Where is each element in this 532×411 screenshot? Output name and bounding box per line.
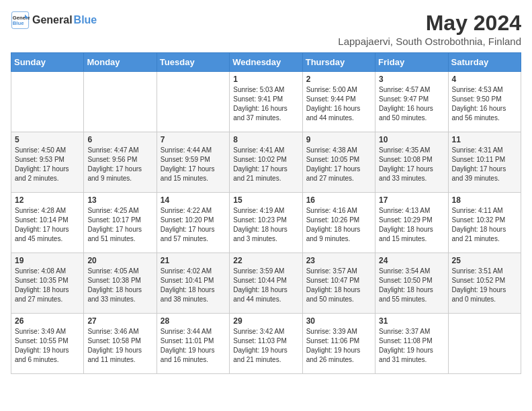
day-number: 20 — [87, 256, 152, 265]
week-row-3: 12Sunrise: 4:28 AM Sunset: 10:14 PM Dayl… — [11, 193, 521, 253]
day-info: Sunrise: 4:41 AM Sunset: 10:02 PM Daylig… — [233, 146, 298, 183]
col-header-sunday: Sunday — [11, 53, 84, 72]
day-number: 16 — [306, 195, 371, 205]
day-number: 6 — [87, 135, 152, 144]
day-cell-2: 2Sunrise: 5:00 AM Sunset: 9:44 PM Daylig… — [302, 72, 375, 132]
day-info: Sunrise: 4:50 AM Sunset: 9:53 PM Dayligh… — [15, 146, 80, 183]
day-info: Sunrise: 5:00 AM Sunset: 9:44 PM Dayligh… — [306, 85, 371, 123]
day-info: Sunrise: 4:13 AM Sunset: 10:29 PM Daylig… — [379, 206, 444, 244]
day-number: 4 — [452, 75, 517, 84]
day-info: Sunrise: 3:59 AM Sunset: 10:44 PM Daylig… — [233, 267, 298, 304]
day-number: 10 — [379, 135, 444, 144]
day-cell-11: 11Sunrise: 4:31 AM Sunset: 10:11 PM Dayl… — [448, 132, 521, 193]
day-number: 13 — [87, 195, 152, 205]
day-number: 9 — [306, 135, 371, 144]
calendar-table: SundayMondayTuesdayWednesdayThursdayFrid… — [11, 52, 521, 374]
day-info: Sunrise: 4:02 AM Sunset: 10:41 PM Daylig… — [161, 267, 226, 304]
col-header-friday: Friday — [375, 53, 448, 72]
day-number: 14 — [161, 195, 226, 205]
day-info: Sunrise: 3:44 AM Sunset: 11:01 PM Daylig… — [161, 327, 226, 365]
day-cell-30: 30Sunrise: 3:39 AM Sunset: 11:06 PM Dayl… — [302, 314, 375, 374]
day-info: Sunrise: 4:28 AM Sunset: 10:14 PM Daylig… — [15, 206, 80, 244]
empty-cell — [84, 72, 157, 132]
day-cell-3: 3Sunrise: 4:57 AM Sunset: 9:47 PM Daylig… — [375, 72, 448, 132]
day-number: 5 — [15, 135, 80, 144]
logo: General Blue General Blue — [11, 11, 97, 30]
day-info: Sunrise: 4:47 AM Sunset: 9:56 PM Dayligh… — [87, 146, 152, 183]
day-info: Sunrise: 4:44 AM Sunset: 9:59 PM Dayligh… — [161, 146, 226, 183]
day-number: 21 — [161, 256, 226, 265]
day-cell-7: 7Sunrise: 4:44 AM Sunset: 9:59 PM Daylig… — [157, 132, 229, 193]
empty-cell — [448, 314, 521, 374]
day-info: Sunrise: 4:05 AM Sunset: 10:38 PM Daylig… — [87, 267, 152, 304]
day-info: Sunrise: 3:37 AM Sunset: 11:08 PM Daylig… — [379, 327, 444, 365]
day-cell-26: 26Sunrise: 3:49 AM Sunset: 10:55 PM Dayl… — [11, 314, 84, 374]
day-number: 29 — [233, 316, 298, 326]
day-info: Sunrise: 4:16 AM Sunset: 10:26 PM Daylig… — [306, 206, 371, 244]
svg-text:Blue: Blue — [13, 20, 24, 26]
day-cell-21: 21Sunrise: 4:02 AM Sunset: 10:41 PM Dayl… — [157, 253, 229, 314]
day-info: Sunrise: 3:42 AM Sunset: 11:03 PM Daylig… — [233, 327, 298, 365]
day-cell-15: 15Sunrise: 4:19 AM Sunset: 10:23 PM Dayl… — [230, 193, 302, 253]
day-number: 15 — [233, 195, 298, 205]
day-cell-8: 8Sunrise: 4:41 AM Sunset: 10:02 PM Dayli… — [230, 132, 302, 193]
day-number: 28 — [161, 316, 226, 326]
day-info: Sunrise: 4:35 AM Sunset: 10:08 PM Daylig… — [379, 146, 444, 183]
day-cell-22: 22Sunrise: 3:59 AM Sunset: 10:44 PM Dayl… — [230, 253, 302, 314]
col-header-tuesday: Tuesday — [157, 53, 229, 72]
day-cell-14: 14Sunrise: 4:22 AM Sunset: 10:20 PM Dayl… — [157, 193, 229, 253]
day-cell-16: 16Sunrise: 4:16 AM Sunset: 10:26 PM Dayl… — [302, 193, 375, 253]
day-cell-27: 27Sunrise: 3:46 AM Sunset: 10:58 PM Dayl… — [84, 314, 157, 374]
col-header-thursday: Thursday — [302, 53, 375, 72]
day-number: 27 — [87, 316, 152, 326]
day-info: Sunrise: 4:11 AM Sunset: 10:32 PM Daylig… — [452, 206, 517, 244]
day-number: 30 — [306, 316, 371, 326]
empty-cell — [11, 72, 84, 132]
col-header-saturday: Saturday — [448, 53, 521, 72]
day-cell-12: 12Sunrise: 4:28 AM Sunset: 10:14 PM Dayl… — [11, 193, 84, 253]
day-cell-31: 31Sunrise: 3:37 AM Sunset: 11:08 PM Dayl… — [375, 314, 448, 374]
day-number: 23 — [306, 256, 371, 265]
day-info: Sunrise: 4:22 AM Sunset: 10:20 PM Daylig… — [161, 206, 226, 244]
day-cell-24: 24Sunrise: 3:54 AM Sunset: 10:50 PM Dayl… — [375, 253, 448, 314]
day-cell-5: 5Sunrise: 4:50 AM Sunset: 9:53 PM Daylig… — [11, 132, 84, 193]
day-number: 12 — [15, 195, 80, 205]
day-number: 18 — [452, 195, 517, 205]
day-number: 19 — [15, 256, 80, 265]
day-cell-23: 23Sunrise: 3:57 AM Sunset: 10:47 PM Dayl… — [302, 253, 375, 314]
subtitle: Lappajaervi, South Ostrobothnia, Finland — [338, 36, 521, 47]
week-row-1: 1Sunrise: 5:03 AM Sunset: 9:41 PM Daylig… — [11, 72, 521, 132]
day-cell-4: 4Sunrise: 4:53 AM Sunset: 9:50 PM Daylig… — [448, 72, 521, 132]
week-row-5: 26Sunrise: 3:49 AM Sunset: 10:55 PM Dayl… — [11, 314, 521, 374]
day-info: Sunrise: 4:38 AM Sunset: 10:05 PM Daylig… — [306, 146, 371, 183]
day-cell-20: 20Sunrise: 4:05 AM Sunset: 10:38 PM Dayl… — [84, 253, 157, 314]
day-number: 25 — [452, 256, 517, 265]
day-cell-19: 19Sunrise: 4:08 AM Sunset: 10:35 PM Dayl… — [11, 253, 84, 314]
week-row-4: 19Sunrise: 4:08 AM Sunset: 10:35 PM Dayl… — [11, 253, 521, 314]
logo-general: General — [32, 14, 73, 26]
day-cell-9: 9Sunrise: 4:38 AM Sunset: 10:05 PM Dayli… — [302, 132, 375, 193]
logo-icon: General Blue — [11, 11, 30, 30]
day-info: Sunrise: 3:57 AM Sunset: 10:47 PM Daylig… — [306, 267, 371, 304]
day-info: Sunrise: 3:54 AM Sunset: 10:50 PM Daylig… — [379, 267, 444, 304]
header-row: SundayMondayTuesdayWednesdayThursdayFrid… — [11, 53, 521, 72]
day-cell-17: 17Sunrise: 4:13 AM Sunset: 10:29 PM Dayl… — [375, 193, 448, 253]
day-number: 7 — [161, 135, 226, 144]
day-number: 26 — [15, 316, 80, 326]
day-info: Sunrise: 3:51 AM Sunset: 10:52 PM Daylig… — [452, 267, 517, 304]
day-cell-29: 29Sunrise: 3:42 AM Sunset: 11:03 PM Dayl… — [230, 314, 302, 374]
day-info: Sunrise: 4:31 AM Sunset: 10:11 PM Daylig… — [452, 146, 517, 183]
day-number: 2 — [306, 75, 371, 84]
day-number: 8 — [233, 135, 298, 144]
header: General Blue General Blue May 2024 Lappa… — [11, 11, 521, 47]
day-number: 24 — [379, 256, 444, 265]
day-info: Sunrise: 5:03 AM Sunset: 9:41 PM Dayligh… — [233, 85, 298, 123]
day-info: Sunrise: 4:57 AM Sunset: 9:47 PM Dayligh… — [379, 85, 444, 123]
day-info: Sunrise: 4:19 AM Sunset: 10:23 PM Daylig… — [233, 206, 298, 244]
day-cell-1: 1Sunrise: 5:03 AM Sunset: 9:41 PM Daylig… — [230, 72, 302, 132]
day-number: 22 — [233, 256, 298, 265]
main-title: May 2024 — [338, 11, 521, 36]
title-area: May 2024 Lappajaervi, South Ostrobothnia… — [338, 11, 521, 47]
day-cell-6: 6Sunrise: 4:47 AM Sunset: 9:56 PM Daylig… — [84, 132, 157, 193]
day-info: Sunrise: 4:53 AM Sunset: 9:50 PM Dayligh… — [452, 85, 517, 123]
